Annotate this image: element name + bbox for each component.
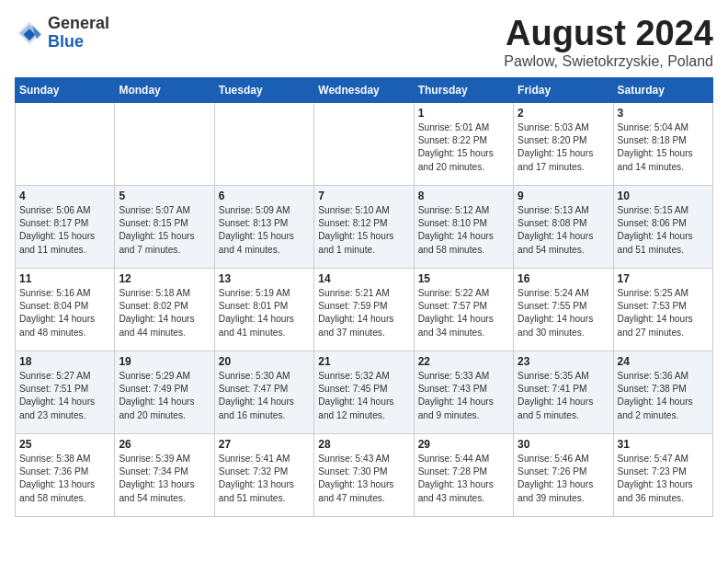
day-number: 9: [518, 190, 609, 202]
day-number: 24: [618, 355, 709, 368]
calendar-week-row: 11Sunrise: 5:16 AM Sunset: 8:04 PM Dayli…: [16, 268, 713, 350]
day-info: Sunrise: 5:32 AM Sunset: 7:45 PM Dayligh…: [318, 370, 409, 422]
day-info: Sunrise: 5:19 AM Sunset: 8:01 PM Dayligh…: [219, 287, 310, 339]
logo-general-text: General: [48, 15, 109, 33]
calendar-cell: 12Sunrise: 5:18 AM Sunset: 8:02 PM Dayli…: [115, 268, 214, 350]
calendar-cell: 25Sunrise: 5:38 AM Sunset: 7:36 PM Dayli…: [16, 433, 115, 516]
calendar-cell: [314, 102, 414, 185]
day-number: 1: [418, 107, 509, 120]
day-number: 20: [219, 355, 310, 368]
day-number: 31: [618, 438, 709, 451]
logo-blue-text: Blue: [48, 33, 109, 52]
day-info: Sunrise: 5:47 AM Sunset: 7:23 PM Dayligh…: [618, 453, 709, 505]
day-number: 7: [318, 190, 409, 202]
calendar-week-row: 25Sunrise: 5:38 AM Sunset: 7:36 PM Dayli…: [16, 433, 713, 516]
calendar-cell: 16Sunrise: 5:24 AM Sunset: 7:55 PM Dayli…: [514, 268, 613, 350]
day-info: Sunrise: 5:15 AM Sunset: 8:06 PM Dayligh…: [618, 204, 709, 257]
day-info: Sunrise: 5:06 AM Sunset: 8:17 PM Dayligh…: [19, 204, 110, 257]
calendar-cell: 2Sunrise: 5:03 AM Sunset: 8:20 PM Daylig…: [514, 102, 613, 185]
weekday-header: Friday: [514, 77, 613, 102]
calendar-cell: 24Sunrise: 5:36 AM Sunset: 7:38 PM Dayli…: [613, 350, 712, 433]
calendar-cell: 1Sunrise: 5:01 AM Sunset: 8:22 PM Daylig…: [414, 102, 513, 185]
calendar-cell: 29Sunrise: 5:44 AM Sunset: 7:28 PM Dayli…: [414, 433, 513, 516]
page-header: General Blue August 2024 Pawlow, Swietok…: [15, 15, 713, 70]
calendar-cell: 26Sunrise: 5:39 AM Sunset: 7:34 PM Dayli…: [115, 433, 214, 516]
day-number: 23: [518, 355, 609, 368]
day-info: Sunrise: 5:04 AM Sunset: 8:18 PM Dayligh…: [618, 121, 709, 174]
day-info: Sunrise: 5:16 AM Sunset: 8:04 PM Dayligh…: [19, 287, 110, 339]
calendar-cell: 7Sunrise: 5:10 AM Sunset: 8:12 PM Daylig…: [314, 185, 414, 268]
weekday-header: Wednesday: [314, 77, 414, 102]
calendar-cell: 22Sunrise: 5:33 AM Sunset: 7:43 PM Dayli…: [414, 350, 513, 433]
calendar-cell: 10Sunrise: 5:15 AM Sunset: 8:06 PM Dayli…: [613, 185, 712, 268]
day-number: 30: [518, 438, 609, 451]
day-info: Sunrise: 5:22 AM Sunset: 7:57 PM Dayligh…: [418, 287, 509, 339]
calendar-cell: 11Sunrise: 5:16 AM Sunset: 8:04 PM Dayli…: [16, 268, 115, 350]
day-info: Sunrise: 5:36 AM Sunset: 7:38 PM Dayligh…: [618, 370, 709, 422]
day-info: Sunrise: 5:39 AM Sunset: 7:34 PM Dayligh…: [119, 453, 210, 505]
day-number: 10: [618, 190, 709, 202]
weekday-header: Monday: [115, 77, 214, 102]
day-number: 29: [418, 438, 509, 451]
calendar-cell: 4Sunrise: 5:06 AM Sunset: 8:17 PM Daylig…: [16, 185, 115, 268]
logo-icon: [15, 18, 44, 48]
calendar-week-row: 1Sunrise: 5:01 AM Sunset: 8:22 PM Daylig…: [16, 102, 713, 185]
day-info: Sunrise: 5:35 AM Sunset: 7:41 PM Dayligh…: [518, 370, 609, 422]
day-info: Sunrise: 5:10 AM Sunset: 8:12 PM Dayligh…: [318, 204, 409, 257]
calendar-week-row: 18Sunrise: 5:27 AM Sunset: 7:51 PM Dayli…: [16, 350, 713, 433]
day-number: 13: [219, 272, 310, 285]
calendar-cell: 19Sunrise: 5:29 AM Sunset: 7:49 PM Dayli…: [115, 350, 214, 433]
day-info: Sunrise: 5:25 AM Sunset: 7:53 PM Dayligh…: [618, 287, 709, 339]
day-number: 25: [19, 438, 110, 451]
logo-text: General Blue: [48, 15, 109, 52]
day-number: 19: [119, 355, 210, 368]
calendar-cell: 6Sunrise: 5:09 AM Sunset: 8:13 PM Daylig…: [214, 185, 313, 268]
day-info: Sunrise: 5:12 AM Sunset: 8:10 PM Dayligh…: [418, 204, 509, 257]
weekday-header: Saturday: [613, 77, 712, 102]
day-number: 27: [219, 438, 310, 451]
day-number: 4: [19, 190, 110, 202]
weekday-header-row: SundayMondayTuesdayWednesdayThursdayFrid…: [16, 77, 713, 102]
day-number: 5: [119, 190, 210, 202]
day-info: Sunrise: 5:01 AM Sunset: 8:22 PM Dayligh…: [418, 121, 509, 174]
day-info: Sunrise: 5:09 AM Sunset: 8:13 PM Dayligh…: [219, 204, 310, 257]
title-block: August 2024 Pawlow, Swietokrzyskie, Pola…: [504, 15, 713, 70]
day-number: 22: [418, 355, 509, 368]
month-title: August 2024: [504, 15, 713, 53]
calendar-cell: 27Sunrise: 5:41 AM Sunset: 7:32 PM Dayli…: [214, 433, 313, 516]
weekday-header: Tuesday: [214, 77, 313, 102]
calendar-cell: 3Sunrise: 5:04 AM Sunset: 8:18 PM Daylig…: [613, 102, 712, 185]
calendar-week-row: 4Sunrise: 5:06 AM Sunset: 8:17 PM Daylig…: [16, 185, 713, 268]
day-info: Sunrise: 5:38 AM Sunset: 7:36 PM Dayligh…: [19, 453, 110, 505]
day-number: 8: [418, 190, 509, 202]
day-info: Sunrise: 5:24 AM Sunset: 7:55 PM Dayligh…: [518, 287, 609, 339]
calendar-cell: 18Sunrise: 5:27 AM Sunset: 7:51 PM Dayli…: [16, 350, 115, 433]
calendar-cell: 14Sunrise: 5:21 AM Sunset: 7:59 PM Dayli…: [314, 268, 414, 350]
day-info: Sunrise: 5:41 AM Sunset: 7:32 PM Dayligh…: [219, 453, 310, 505]
calendar-cell: 30Sunrise: 5:46 AM Sunset: 7:26 PM Dayli…: [514, 433, 613, 516]
day-info: Sunrise: 5:29 AM Sunset: 7:49 PM Dayligh…: [119, 370, 210, 422]
day-info: Sunrise: 5:43 AM Sunset: 7:30 PM Dayligh…: [318, 453, 409, 505]
day-number: 12: [119, 272, 210, 285]
day-number: 17: [618, 272, 709, 285]
day-number: 3: [618, 107, 709, 120]
day-number: 2: [518, 107, 609, 120]
calendar-cell: [16, 102, 115, 185]
day-number: 16: [518, 272, 609, 285]
calendar-cell: [214, 102, 313, 185]
day-number: 14: [318, 272, 409, 285]
day-info: Sunrise: 5:18 AM Sunset: 8:02 PM Dayligh…: [119, 287, 210, 339]
day-number: 18: [19, 355, 110, 368]
calendar-cell: 13Sunrise: 5:19 AM Sunset: 8:01 PM Dayli…: [214, 268, 313, 350]
calendar-cell: 17Sunrise: 5:25 AM Sunset: 7:53 PM Dayli…: [613, 268, 712, 350]
day-info: Sunrise: 5:33 AM Sunset: 7:43 PM Dayligh…: [418, 370, 509, 422]
calendar-cell: 8Sunrise: 5:12 AM Sunset: 8:10 PM Daylig…: [414, 185, 513, 268]
calendar-cell: 23Sunrise: 5:35 AM Sunset: 7:41 PM Dayli…: [514, 350, 613, 433]
location: Pawlow, Swietokrzyskie, Poland: [504, 53, 713, 70]
weekday-header: Thursday: [414, 77, 513, 102]
day-info: Sunrise: 5:30 AM Sunset: 7:47 PM Dayligh…: [219, 370, 310, 422]
calendar-cell: 31Sunrise: 5:47 AM Sunset: 7:23 PM Dayli…: [613, 433, 712, 516]
calendar-cell: 21Sunrise: 5:32 AM Sunset: 7:45 PM Dayli…: [314, 350, 414, 433]
day-number: 6: [219, 190, 310, 202]
day-info: Sunrise: 5:21 AM Sunset: 7:59 PM Dayligh…: [318, 287, 409, 339]
